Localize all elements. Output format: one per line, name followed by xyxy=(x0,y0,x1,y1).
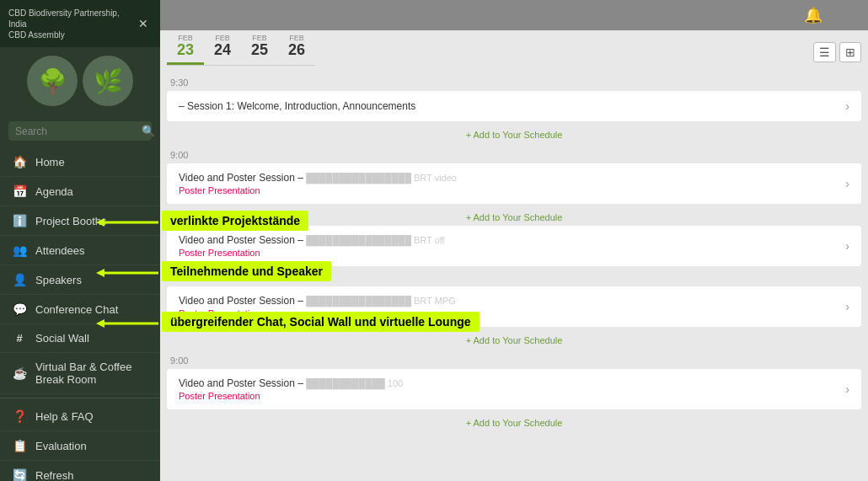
sidebar-item-virtual-bar[interactable]: ☕ Virtual Bar & Coffee Break Room xyxy=(0,353,160,394)
nav-items: 🏠 Home 📅 Agenda ℹ️ Project Booths 👥 Atte… xyxy=(0,147,160,481)
agenda-item-sub-3: Poster Presentation xyxy=(179,308,456,318)
agenda-item-title-4: Video and Poster Session – ████████████ … xyxy=(179,377,403,389)
sidebar-item-project-booths[interactable]: ℹ️ Project Booths xyxy=(0,206,160,236)
agenda-item-right-3: › xyxy=(845,300,849,313)
agenda-blurred-4: ████████████ 100 xyxy=(306,378,403,388)
date-tab-bar: FEB 23 FEB 24 FEB 25 FEB 26 ☰ ⊞ xyxy=(160,30,868,66)
attendees-icon: 👥 xyxy=(12,243,27,257)
chevron-right-icon-4: › xyxy=(845,382,849,396)
sidebar-item-evaluation-label: Evaluation xyxy=(35,440,87,452)
logo-leaf-icon: 🌿 xyxy=(94,67,123,95)
time-label-3: 9:00 xyxy=(170,273,861,283)
sidebar-item-virtual-bar-label: Virtual Bar & Coffee Break Room xyxy=(35,361,148,386)
agenda-item-content-2: Video and Poster Session – █████████████… xyxy=(179,234,445,258)
logo-tree-icon: 🌳 xyxy=(38,67,67,95)
add-schedule-3[interactable]: + Add to Your Schedule xyxy=(167,332,861,349)
table-row[interactable]: Video and Poster Session – █████████████… xyxy=(167,226,861,266)
sidebar-item-help-faq-label: Help & FAQ xyxy=(35,410,94,423)
sidebar-header: CBD Biodiversity Partnership, India CBD … xyxy=(0,0,160,47)
virtual-bar-icon: ☕ xyxy=(12,366,27,380)
sidebar-item-agenda-label: Agenda xyxy=(35,185,73,198)
sidebar-item-social-wall[interactable]: # Social Wall xyxy=(0,324,160,353)
sidebar-item-speakers[interactable]: 👤 Speakers xyxy=(0,265,160,295)
agenda-item-sub-2: Poster Presentation xyxy=(179,248,445,258)
agenda-item-title-3: Video and Poster Session – █████████████… xyxy=(179,295,456,307)
date-day-2: 25 xyxy=(251,42,268,59)
search-icon[interactable]: 🔍 xyxy=(142,125,155,137)
agenda-item-content-0: – Session 1: Welcome, Introduction, Anno… xyxy=(179,100,415,112)
sidebar-item-home[interactable]: 🏠 Home xyxy=(0,147,160,177)
agenda-item-sub-4: Poster Presentation xyxy=(179,391,403,401)
chevron-right-icon-1: › xyxy=(845,177,849,190)
table-row[interactable]: – Session 1: Welcome, Introduction, Anno… xyxy=(167,91,861,121)
search-bar[interactable]: 🔍 xyxy=(8,121,152,141)
sidebar-title-line2: CBD Assembly xyxy=(8,29,135,40)
logo-circle-left: 🌳 xyxy=(27,56,78,106)
agenda-item-content-1: Video and Poster Session – █████████████… xyxy=(179,172,457,195)
top-bar: 🔔 xyxy=(160,0,868,30)
sidebar-item-home-label: Home xyxy=(35,156,65,168)
date-day-1: 24 xyxy=(214,42,231,59)
user-avatar[interactable] xyxy=(829,5,849,25)
time-label-1: 9:00 xyxy=(170,150,861,160)
home-icon: 🏠 xyxy=(12,155,27,168)
date-tab-feb23[interactable]: FEB 23 xyxy=(167,30,204,65)
sidebar: CBD Biodiversity Partnership, India CBD … xyxy=(0,0,160,481)
add-schedule-4[interactable]: + Add to Your Schedule xyxy=(167,414,861,431)
sidebar-item-evaluation[interactable]: 📋 Evaluation xyxy=(0,431,160,461)
social-wall-icon: # xyxy=(12,332,27,345)
agenda-item-right-4: › xyxy=(845,382,849,396)
agenda-list: 9:30 – Session 1: Welcome, Introduction,… xyxy=(160,66,868,481)
sidebar-item-agenda[interactable]: 📅 Agenda xyxy=(0,177,160,206)
sidebar-item-conference-chat-label: Conference Chat xyxy=(35,303,118,316)
sidebar-item-help-faq[interactable]: ❓ Help & FAQ xyxy=(0,402,160,431)
sidebar-item-conference-chat[interactable]: 💬 Conference Chat xyxy=(0,295,160,324)
date-tabs: FEB 23 FEB 24 FEB 25 FEB 26 xyxy=(167,30,315,66)
sidebar-title-line1: CBD Biodiversity Partnership, India xyxy=(8,8,135,29)
agenda-item-title-2: Video and Poster Session – █████████████… xyxy=(179,234,445,246)
agenda-blurred-3: ████████████████ BRT MPG xyxy=(306,296,455,306)
chevron-right-icon-2: › xyxy=(845,239,849,253)
list-view-button[interactable]: ☰ xyxy=(813,42,836,62)
refresh-icon: 🔄 xyxy=(12,468,27,481)
chevron-right-icon-3: › xyxy=(845,300,849,313)
table-row[interactable]: Video and Poster Session – █████████████… xyxy=(167,286,861,327)
divider xyxy=(0,398,160,398)
sidebar-item-attendees-label: Attendees xyxy=(35,244,85,257)
main-content: 🔔 FEB 23 FEB 24 FEB 25 FEB 26 ☰ xyxy=(160,0,868,481)
add-schedule-1[interactable]: + Add to Your Schedule xyxy=(167,209,861,226)
agenda-blurred-1: ████████████████ BRT video xyxy=(306,173,457,183)
agenda-icon: 📅 xyxy=(12,184,27,198)
logo-area: 🌳 🌿 xyxy=(0,47,160,115)
sidebar-item-project-booths-label: Project Booths xyxy=(35,215,107,227)
date-day-0: 23 xyxy=(177,42,194,59)
chat-icon: 💬 xyxy=(12,302,27,316)
logo-circle-right: 🌿 xyxy=(83,56,133,106)
add-schedule-0[interactable]: + Add to Your Schedule xyxy=(167,126,861,143)
view-icons: ☰ ⊞ xyxy=(813,39,861,66)
time-label-0: 9:30 xyxy=(170,77,861,88)
help-icon: ❓ xyxy=(12,409,27,423)
date-tab-feb25[interactable]: FEB 25 xyxy=(241,30,278,65)
notification-bell[interactable]: 🔔 xyxy=(804,6,822,24)
date-tab-feb24[interactable]: FEB 24 xyxy=(204,30,241,65)
sidebar-item-speakers-label: Speakers xyxy=(35,274,82,286)
time-label-4: 9:00 xyxy=(170,355,861,366)
table-row[interactable]: Video and Poster Session – ████████████ … xyxy=(167,369,861,409)
chevron-right-icon: › xyxy=(845,99,849,113)
sidebar-item-refresh-label: Refresh xyxy=(35,469,74,482)
date-day-3: 26 xyxy=(288,42,305,59)
close-button[interactable]: ✕ xyxy=(135,15,152,32)
agenda-item-right-1: › xyxy=(845,177,849,190)
grid-view-button[interactable]: ⊞ xyxy=(839,42,861,62)
sidebar-item-social-wall-label: Social Wall xyxy=(35,332,89,345)
sidebar-item-attendees[interactable]: 👥 Attendees xyxy=(0,236,160,265)
date-tab-feb26[interactable]: FEB 26 xyxy=(278,30,315,65)
search-input[interactable] xyxy=(15,126,142,137)
agenda-item-title-0: – Session 1: Welcome, Introduction, Anno… xyxy=(179,100,415,112)
notification-area: 🔔 xyxy=(796,5,858,25)
speakers-icon: 👤 xyxy=(12,273,27,286)
table-row[interactable]: Video and Poster Session – █████████████… xyxy=(167,163,861,204)
agenda-item-content-4: Video and Poster Session – ████████████ … xyxy=(179,377,403,401)
sidebar-item-refresh[interactable]: 🔄 Refresh xyxy=(0,461,160,481)
